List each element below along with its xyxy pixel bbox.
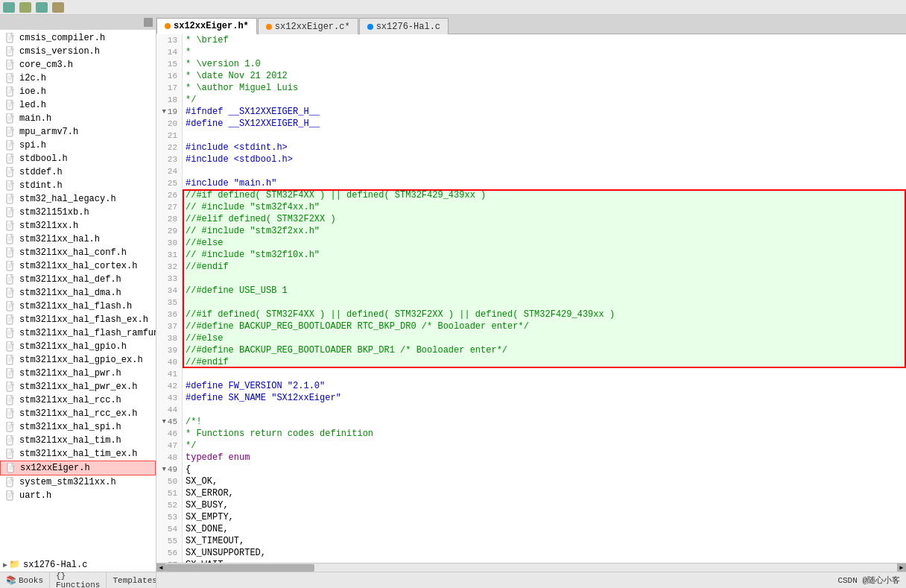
file-name-label: led.h: [19, 100, 46, 110]
file-name-label: stm32l151xb.h: [19, 207, 89, 218]
tab-sx1276-Hal-c[interactable]: sx1276-Hal.c: [359, 18, 449, 34]
sidebar-item-i2c-h[interactable]: i2c.h: [0, 72, 156, 85]
line-number-23: 23: [156, 154, 182, 165]
templates-button[interactable]: Templates: [107, 572, 156, 588]
toolbar-icon-3[interactable]: [36, 2, 48, 13]
sidebar-item-stm32l1xx-hal-pwr-ex-h[interactable]: stm32l1xx_hal_pwr_ex.h: [0, 380, 156, 393]
code-editor[interactable]: 131415161718▼192021222324252627282930313…: [156, 34, 906, 563]
file-name-label: cmsis_compiler.h: [19, 33, 105, 43]
books-button[interactable]: 📚 Books: [0, 572, 50, 588]
code-text: #define SK_NAME "SX12xxEiger": [186, 392, 341, 404]
line-number-42: 42: [156, 380, 182, 392]
scrollbar-track[interactable]: [165, 564, 897, 572]
line-number-40: 40: [156, 356, 182, 368]
toolbar-icon-1[interactable]: [3, 2, 15, 13]
sidebar-item-stm32l1xx-hal-rcc-h[interactable]: stm32l1xx_hal_rcc.h: [0, 393, 156, 407]
fold-button[interactable]: ▼: [162, 106, 165, 118]
file-name-label: stm32l1xx_hal_dma.h: [19, 288, 121, 298]
editor-area: sx12xxEiger.h*sx12xxEiger.c*sx1276-Hal.c…: [156, 15, 906, 588]
sidebar-item-stm32l1xx-hal-flash-h[interactable]: stm32l1xx_hal_flash.h: [0, 300, 156, 313]
code-line-28: //#elif defined( STM32F2XX ): [186, 213, 903, 225]
toolbar-icon-2[interactable]: [19, 2, 31, 13]
code-line-51: SX_ERROR,: [186, 487, 903, 499]
code-content[interactable]: * \brief * * \version 1.0 * \date Nov 21…: [183, 34, 906, 563]
file-name-label: stm32_hal_legacy.h: [19, 194, 116, 204]
sidebar-item-stm32l1xx-hal-flash-ex-h[interactable]: stm32l1xx_hal_flash_ex.h: [0, 313, 156, 326]
scroll-right-button[interactable]: ▶: [897, 563, 906, 572]
scroll-left-button[interactable]: ◀: [156, 563, 165, 572]
sidebar-item-uart-h[interactable]: uart.h: [0, 489, 156, 502]
sidebar-item-stm32l1xx-hal-gpio-ex-h[interactable]: stm32l1xx_hal_gpio_ex.h: [0, 353, 156, 367]
file-name-label: stm32l1xx_hal_rcc.h: [19, 395, 121, 405]
sidebar-item-stddef-h[interactable]: stddef.h: [0, 165, 156, 179]
sidebar-item-ioe-h[interactable]: ioe.h: [0, 85, 156, 98]
file-icon: [6, 33, 16, 43]
code-text: * \brief: [186, 34, 229, 46]
code-text: //#endif: [186, 261, 229, 273]
line-number-30: 30: [156, 237, 182, 249]
code-line-37: //#define BACKUP_REG_BOOTLOADER RTC_BKP_…: [186, 320, 903, 332]
tab-modified-dot: [367, 24, 373, 30]
toolbar-icon-4[interactable]: [52, 2, 64, 13]
sidebar-item-cmsis-compiler-h[interactable]: cmsis_compiler.h: [0, 31, 156, 45]
code-text: SX_TIMEOUT,: [186, 535, 244, 547]
tab-label: sx12xxEiger.h*: [174, 21, 249, 31]
fold-button[interactable]: ▼: [162, 464, 165, 475]
sidebar-item-stm32l1xx-hal-rcc-ex-h[interactable]: stm32l1xx_hal_rcc_ex.h: [0, 407, 156, 420]
file-icon: [6, 113, 16, 124]
sidebar-item-stm32l151xb-h[interactable]: stm32l151xb.h: [0, 206, 156, 219]
tab-sx12xxEiger-c-[interactable]: sx12xxEiger.c*: [258, 18, 358, 34]
sidebar-item-main-h[interactable]: main.h: [0, 112, 156, 125]
sidebar-item-stm32l1xx-hal-dma-h[interactable]: stm32l1xx_hal_dma.h: [0, 286, 156, 300]
code-text: #define __SX12XXEIGER_H__: [186, 118, 320, 130]
tab-label: sx1276-Hal.c: [376, 22, 440, 32]
fold-button[interactable]: ▼: [162, 416, 165, 428]
code-line-42: #define FW_VERSION "2.1.0": [186, 380, 903, 392]
horizontal-scrollbar[interactable]: ◀ ▶: [156, 563, 906, 572]
sidebar-item-stdbool-h[interactable]: stdbool.h: [0, 152, 156, 165]
sidebar-item-spi-h[interactable]: spi.h: [0, 139, 156, 152]
code-text: */: [186, 440, 196, 452]
sidebar-item-stdint-h[interactable]: stdint.h: [0, 179, 156, 192]
sidebar-item-mpu-armv7-h[interactable]: mpu_armv7.h: [0, 125, 156, 139]
file-icon: [6, 247, 16, 258]
sidebar-item-stm32l1xx-hal-pwr-h[interactable]: stm32l1xx_hal_pwr.h: [0, 367, 156, 380]
line-number-38: 38: [156, 332, 182, 344]
code-line-41: [186, 368, 903, 380]
scrollbar-thumb[interactable]: [165, 564, 314, 572]
sidebar-item-stm32l1xx-hal-tim-h[interactable]: stm32l1xx_hal_tim.h: [0, 434, 156, 447]
code-line-24: [186, 165, 903, 177]
sidebar-item-stm32l1xx-hal-flash-ramfunc-h[interactable]: stm32l1xx_hal_flash_ramfunc.h: [0, 326, 156, 340]
folder-item-sx1276[interactable]: ▶ 📁 sx1276-Hal.c: [0, 557, 156, 572]
sidebar-item-system-stm32l1xx-h[interactable]: system_stm32l1xx.h: [0, 475, 156, 489]
line-number-18: 18: [156, 94, 182, 106]
sidebar-item-led-h[interactable]: led.h: [0, 98, 156, 112]
sidebar-item-stm32l1xx-hal-cortex-h[interactable]: stm32l1xx_hal_cortex.h: [0, 259, 156, 273]
code-text: * \author Miguel Luis: [186, 82, 298, 94]
sidebar-item-stm32l1xx-hal-spi-h[interactable]: stm32l1xx_hal_spi.h: [0, 420, 156, 434]
sidebar-item-stm32l1xx-hal-h[interactable]: stm32l1xx_hal.h: [0, 233, 156, 246]
code-line-14: *: [186, 46, 903, 58]
sidebar-item-core-cm3-h[interactable]: core_cm3.h: [0, 58, 156, 72]
sidebar-close-button[interactable]: [144, 18, 153, 27]
sidebar-item-stm32l1xx-hal-def-h[interactable]: stm32l1xx_hal_def.h: [0, 273, 156, 286]
code-line-23: #include <stdbool.h>: [186, 154, 903, 165]
code-text: SX_UNSUPPORTED,: [186, 547, 266, 559]
sidebar-item-cmsis-version-h[interactable]: cmsis_version.h: [0, 45, 156, 58]
sidebar-item-stm32l1xx-h[interactable]: stm32l1xx.h: [0, 219, 156, 233]
line-number-14: 14: [156, 46, 182, 58]
functions-button[interactable]: {} Functions: [50, 572, 107, 588]
line-number-32: 32: [156, 261, 182, 273]
sidebar-item-stm32l1xx-hal-gpio-h[interactable]: stm32l1xx_hal_gpio.h: [0, 340, 156, 353]
code-text: SX_BUSY,: [186, 499, 229, 511]
sidebar-item-stm32l1xx-hal-conf-h[interactable]: stm32l1xx_hal_conf.h: [0, 246, 156, 259]
sidebar-item-sx12xxEiger-h[interactable]: sx12xxEiger.h: [0, 461, 156, 475]
line-number-35: 35: [156, 297, 182, 309]
file-name-label: stm32l1xx_hal_spi.h: [19, 422, 121, 432]
sidebar-item-stm32-hal-legacy-h[interactable]: stm32_hal_legacy.h: [0, 192, 156, 206]
line-number-39: 39: [156, 344, 182, 356]
code-text: //#define USE_USB 1: [186, 285, 288, 297]
tab-sx12xxEiger-h-[interactable]: sx12xxEiger.h*: [156, 18, 257, 34]
sidebar-item-stm32l1xx-hal-tim-ex-h[interactable]: stm32l1xx_hal_tim_ex.h: [0, 447, 156, 461]
line-number-17: 17: [156, 82, 182, 94]
